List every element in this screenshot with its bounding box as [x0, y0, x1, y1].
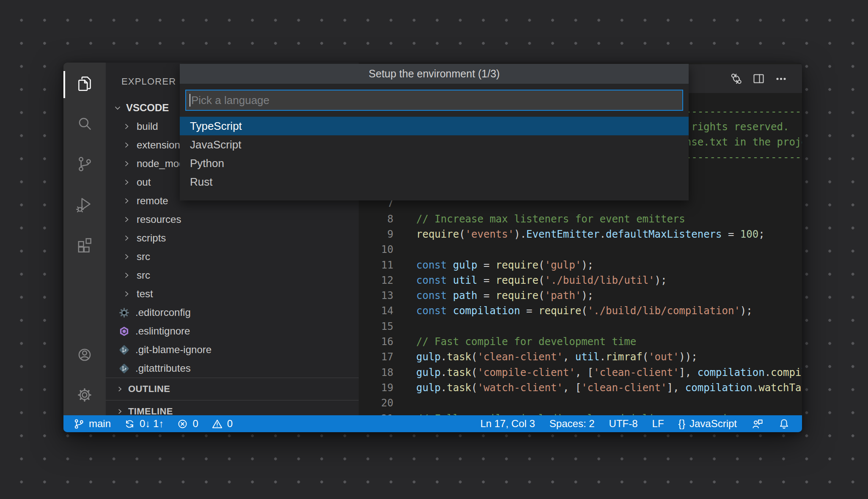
line-number: 14	[359, 305, 393, 317]
tree-item-label: build	[137, 121, 158, 132]
activity-bar-item-source-control[interactable]	[74, 154, 95, 174]
status-item-feedback[interactable]	[751, 418, 764, 430]
code-line-21: 21// Full compile, including nls and inl…	[359, 411, 802, 415]
code-line-18: 18gulp.task('compile-client', ['clean-cl…	[359, 365, 802, 380]
quickpick-item-label: Rust	[190, 175, 212, 189]
tree-item-label: src	[137, 251, 150, 263]
status-item-problems-errors[interactable]: 0	[176, 418, 198, 430]
status-item-sync[interactable]: 0↓ 1↑	[124, 418, 164, 430]
status-item-label: 0	[192, 418, 198, 430]
open-changes-button[interactable]	[729, 71, 743, 86]
braces-icon: {}	[678, 418, 686, 430]
line-number: 18	[359, 367, 393, 378]
activity-bar-item-run-debug[interactable]	[74, 194, 95, 214]
git-file-icon	[118, 363, 130, 374]
status-item-label: UTF-8	[609, 418, 638, 430]
status-item-label: Spaces: 2	[549, 418, 595, 430]
source-control-icon	[75, 154, 94, 174]
tree-item-src[interactable]: src	[106, 266, 359, 285]
status-item-cursor-position[interactable]: Ln 17, Col 3	[480, 418, 535, 430]
activity-bar-item-extensions[interactable]	[74, 234, 95, 255]
line-number: 15	[359, 321, 393, 332]
desktop-background: { "colors": { "status_bar": "#0e7ad2", "…	[0, 0, 868, 499]
status-item-label: JavaScript	[689, 418, 737, 430]
quickpick-item-typescript[interactable]: TypeScript	[180, 117, 689, 135]
code-text: // Increase max listeners for event emit…	[416, 213, 685, 225]
text-cursor	[190, 94, 190, 107]
split-editor-icon	[751, 71, 766, 86]
status-item-problems-warnings[interactable]: 0	[211, 418, 233, 430]
sidebar-sections: OUTLINETIMELINE	[106, 378, 359, 415]
quickpick-item-javascript[interactable]: JavaScript	[180, 135, 689, 154]
code-line-16: 16// Fast compile for development time	[359, 334, 802, 350]
tree-item-label: scripts	[137, 232, 166, 244]
status-bar: main0↓ 1↑00 Ln 17, Col 3Spaces: 2UTF-8LF…	[63, 415, 802, 432]
activity-bar-item-settings[interactable]	[74, 385, 95, 405]
status-item-encoding[interactable]: UTF-8	[609, 418, 638, 430]
status-bar-right: Ln 17, Col 3Spaces: 2UTF-8LF{}JavaScript	[480, 418, 802, 430]
chevron-right-icon	[122, 178, 131, 187]
split-editor-button[interactable]	[751, 71, 766, 86]
chevron-right-icon	[122, 159, 131, 168]
code-text: const gulp = require('gulp');	[416, 259, 593, 271]
code-line-12: 12const util = require('./build/lib/util…	[359, 272, 802, 288]
chevron-down-icon	[113, 103, 122, 112]
tree-item-src[interactable]: src	[106, 247, 359, 266]
code-text: const compilation = require('./build/lib…	[416, 305, 753, 317]
tree-item-label: VSCODE	[126, 102, 169, 114]
gear-icon	[75, 385, 94, 405]
status-item-notifications[interactable]	[778, 418, 790, 430]
code-line-19: 19gulp.task('watch-client', ['clean-clie…	[359, 380, 802, 395]
tree-item-test[interactable]: test	[106, 285, 359, 303]
section-label: TIMELINE	[128, 406, 173, 415]
feedback-icon	[751, 418, 764, 430]
gear-file-icon	[118, 307, 130, 318]
tree-item-eslintignore[interactable]: .eslintignore	[106, 322, 359, 340]
chevron-right-icon	[122, 233, 131, 243]
code-line-8: 8// Increase max listeners for event emi…	[359, 211, 802, 227]
git-branch-icon	[73, 418, 85, 430]
chevron-right-icon	[122, 215, 131, 224]
line-number: 13	[359, 290, 393, 302]
status-item-language-mode[interactable]: {}JavaScript	[678, 418, 737, 430]
quick-pick-input[interactable]: Pick a language	[185, 90, 683, 111]
more-actions-button[interactable]	[774, 71, 788, 86]
quickpick-item-label: TypeScript	[190, 120, 242, 133]
activity-bar-item-explorer[interactable]	[74, 74, 95, 94]
tree-item-label: resources	[137, 214, 181, 225]
sidebar-section-outline[interactable]: OUTLINE	[106, 378, 359, 400]
search-icon	[75, 114, 94, 134]
section-label: OUTLINE	[128, 384, 170, 395]
line-number: 8	[359, 213, 393, 225]
status-item-branch[interactable]: main	[73, 418, 111, 430]
quickpick-item-label: JavaScript	[190, 138, 241, 151]
code-text: const path = require('path');	[416, 290, 593, 302]
status-item-indentation[interactable]: Spaces: 2	[549, 418, 595, 430]
code-text: gulp.task('watch-client', ['clean-client…	[416, 382, 802, 394]
bell-icon	[778, 418, 790, 430]
tree-item-gitattributes[interactable]: .gitattributes	[106, 359, 359, 378]
chevron-right-icon	[115, 407, 124, 415]
chevron-right-icon	[122, 289, 131, 299]
quickpick-item-python[interactable]: Python	[180, 154, 689, 173]
tree-item-resources[interactable]: resources	[106, 210, 359, 229]
tree-item-label: src	[137, 269, 150, 281]
sidebar-title: EXPLORER	[121, 76, 176, 87]
activity-bar-top	[63, 74, 106, 255]
activity-bar-item-account[interactable]	[74, 345, 95, 365]
line-number: 9	[359, 228, 393, 240]
quickpick-item-rust[interactable]: Rust	[180, 173, 689, 191]
status-item-eol[interactable]: LF	[652, 418, 664, 430]
tree-item-git-blame-ignore[interactable]: .git-blame-ignore	[106, 340, 359, 359]
sidebar-section-timeline[interactable]: TIMELINE	[106, 400, 359, 415]
tree-item-scripts[interactable]: scripts	[106, 229, 359, 247]
code-line-20: 20	[359, 395, 802, 411]
open-changes-icon	[729, 71, 743, 86]
quick-pick-title: Setup the environment (1/3)	[180, 64, 689, 84]
tree-item-editorconfig[interactable]: .editorconfig	[106, 303, 359, 322]
activity-bar-item-search[interactable]	[74, 114, 95, 134]
tree-item-label: out	[137, 176, 151, 188]
status-item-label: LF	[652, 418, 664, 430]
code-line-11: 11const gulp = require('gulp');	[359, 257, 802, 273]
tree-item-label: .eslintignore	[135, 325, 190, 337]
